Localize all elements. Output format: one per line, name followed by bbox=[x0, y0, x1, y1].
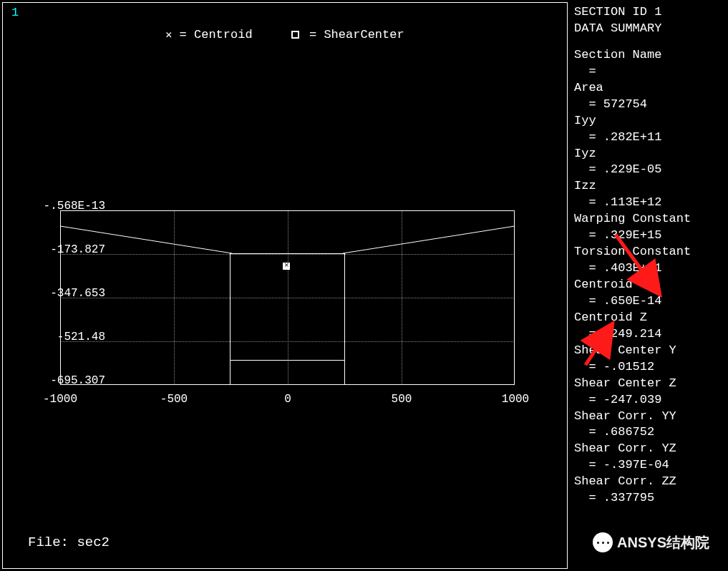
svg-line-0 bbox=[60, 226, 232, 253]
plot-viewport: 1 ✕ = Centroid = ShearCenter -.568E-13 -… bbox=[2, 2, 568, 569]
summary-title-2: DATA SUMMARY bbox=[574, 21, 728, 37]
summary-entry: Torsion Constant = .403E+11 bbox=[574, 244, 728, 277]
legend-centroid: ✕ = Centroid bbox=[165, 28, 252, 42]
summary-entry: Izz = .113E+12 bbox=[574, 178, 728, 211]
section-web-right bbox=[344, 253, 345, 385]
summary-entry: Shear Corr. YZ = -.397E-04 bbox=[574, 441, 728, 474]
section-web-left bbox=[230, 253, 230, 385]
viewport-number: 1 bbox=[11, 6, 19, 19]
file-label: File: sec2 bbox=[28, 535, 110, 550]
entry-label: Warping Constant bbox=[574, 211, 728, 228]
entry-label: Centroid Y bbox=[574, 277, 728, 293]
entry-value: = .282E+11 bbox=[574, 130, 728, 146]
summary-entries: Section Name = Area = 572754Iyy = .282E+… bbox=[574, 47, 728, 507]
square-marker-icon bbox=[291, 31, 299, 39]
entry-label: Izz bbox=[574, 178, 728, 195]
entry-value: = -.397E-04 bbox=[574, 457, 728, 474]
entry-label: Section Name bbox=[574, 47, 728, 64]
entry-label: Iyz bbox=[574, 146, 728, 162]
summary-entry: Centroid Z = -249.214 bbox=[574, 310, 728, 343]
summary-entry: Shear Center Z = -247.039 bbox=[574, 376, 728, 409]
summary-entry: Iyz = .229E-05 bbox=[574, 146, 728, 179]
watermark-text: ANSYS结构院 bbox=[617, 533, 709, 552]
summary-entry: Shear Center Y = -.01512 bbox=[574, 343, 728, 376]
entry-value: = .650E-14 bbox=[574, 293, 728, 310]
entry-value: = -249.214 bbox=[574, 326, 728, 343]
entry-label: Shear Corr. YY bbox=[574, 409, 728, 425]
entry-value: = -247.039 bbox=[574, 392, 728, 409]
summary-entry: Warping Constant = .329E+15 bbox=[574, 211, 728, 244]
summary-entry: Section Name = bbox=[574, 47, 728, 80]
entry-label: Torsion Constant bbox=[574, 244, 728, 260]
summary-title-1: SECTION ID 1 bbox=[574, 4, 728, 21]
entry-value: = -.01512 bbox=[574, 359, 728, 376]
entry-label: Shear Corr. ZZ bbox=[574, 474, 728, 490]
entry-value: = .337795 bbox=[574, 490, 728, 507]
wechat-icon bbox=[593, 532, 613, 552]
entry-label: Area bbox=[574, 80, 728, 97]
watermark: ANSYS结构院 bbox=[587, 529, 715, 555]
entry-value: = .403E+11 bbox=[574, 260, 728, 277]
x-tick-label: -500 bbox=[145, 393, 203, 406]
x-tick-label: 0 bbox=[259, 393, 316, 406]
svg-line-1 bbox=[343, 226, 515, 253]
entry-label: Iyy bbox=[574, 113, 728, 130]
entry-label: Centroid Z bbox=[574, 310, 728, 326]
section-wing-right bbox=[343, 210, 515, 253]
entry-value: = .329E+15 bbox=[574, 228, 728, 244]
entry-value: = .113E+12 bbox=[574, 195, 728, 211]
entry-value: = 572754 bbox=[574, 97, 728, 113]
summary-entry: Iyy = .282E+11 bbox=[574, 113, 728, 146]
x-tick-label: -1000 bbox=[31, 393, 89, 406]
entry-value: = .229E-05 bbox=[574, 162, 728, 178]
x-tick-label: 500 bbox=[373, 393, 430, 406]
entry-label: Shear Center Z bbox=[574, 376, 728, 392]
x-marker-icon: ✕ bbox=[165, 29, 172, 42]
section-top-inner bbox=[230, 253, 344, 254]
summary-entry: Centroid Y = .650E-14 bbox=[574, 277, 728, 310]
x-tick-label: 1000 bbox=[487, 393, 544, 406]
summary-entry: Area = 572754 bbox=[574, 80, 728, 113]
plot-legend: ✕ = Centroid = ShearCenter bbox=[3, 28, 567, 42]
legend-shear: = ShearCenter bbox=[291, 28, 404, 42]
entry-label: Shear Center Y bbox=[574, 343, 728, 359]
entry-value: = bbox=[574, 64, 728, 80]
data-summary-panel: SECTION ID 1 DATA SUMMARY Section Name =… bbox=[574, 4, 728, 507]
section-plot bbox=[60, 210, 515, 385]
legend-centroid-label: = Centroid bbox=[180, 28, 253, 42]
section-inner-bottom bbox=[230, 360, 344, 361]
legend-shear-label: = ShearCenter bbox=[309, 28, 404, 42]
summary-entry: Shear Corr. YY = .686752 bbox=[574, 409, 728, 441]
entry-label: Shear Corr. YZ bbox=[574, 441, 728, 457]
entry-value: = .686752 bbox=[574, 424, 728, 441]
shear-center-marker-icon bbox=[283, 263, 290, 270]
summary-entry: Shear Corr. ZZ = .337795 bbox=[574, 474, 728, 507]
section-wing-left bbox=[60, 210, 232, 253]
summary-header: SECTION ID 1 DATA SUMMARY bbox=[574, 4, 728, 37]
